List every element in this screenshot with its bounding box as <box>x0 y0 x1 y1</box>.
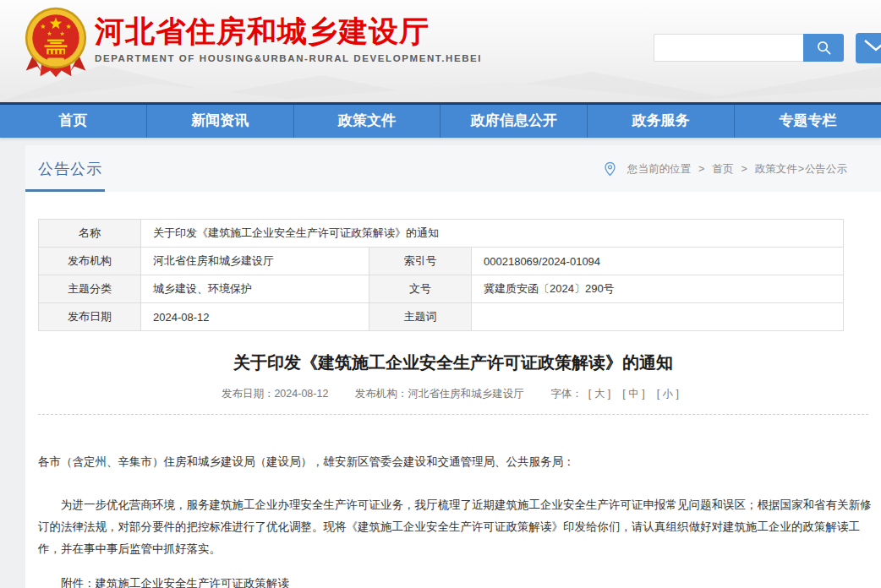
article-paragraph: 为进一步优化营商环境，服务建筑施工企业办理安全生产许可证业务，我厅梳理了近期建筑… <box>38 494 874 560</box>
breadcrumb-location-label: 您当前的位置 <box>627 161 691 176</box>
meta-font-label: 字体： <box>550 388 583 400</box>
location-pin-icon <box>605 161 616 176</box>
meta-date-value: 2024-08-12 <box>274 388 328 400</box>
nav-item-special-columns[interactable]: 专题专栏 <box>735 105 881 138</box>
breadcrumb-link-home[interactable]: 首页 <box>712 161 733 176</box>
table-value-publish-date: 2024-08-12 <box>141 303 369 331</box>
meta-font-size-control: 字体：[ 大 ][ 中 ][ 小 ] <box>550 388 685 400</box>
font-size-small-button[interactable]: [ 小 ] <box>657 388 679 400</box>
section-header: 公告公示 您当前的位置 > 首页 > 政策文件 > 公告公示 <box>25 145 881 192</box>
mail-button[interactable] <box>856 33 881 63</box>
article-title: 关于印发《建筑施工企业安全生产许可证政策解读》的通知 <box>25 351 881 374</box>
nav-item-news[interactable]: 新闻资讯 <box>147 105 294 138</box>
table-label-name: 名称 <box>39 220 141 248</box>
search-input[interactable] <box>654 34 803 62</box>
table-label-topic-category: 主题分类 <box>39 275 141 303</box>
nav-item-policy-documents[interactable]: 政策文件 <box>294 105 441 138</box>
table-value-publisher: 河北省住房和城乡建设厅 <box>141 248 369 275</box>
table-label-index-number: 索引号 <box>369 248 472 275</box>
site-title: 河北省住房和城乡建设厅 <box>95 14 482 49</box>
national-emblem-logo <box>20 5 91 79</box>
table-label-keywords: 主题词 <box>369 303 472 331</box>
table-value-keywords <box>472 303 844 331</box>
breadcrumb-separator: > <box>698 163 704 175</box>
table-row: 发布日期 2024-08-12 主题词 <box>39 303 844 331</box>
article-meta: 发布日期：2024-08-12 发布机构：河北省住房和城乡建设厅 字体：[ 大 … <box>25 387 881 401</box>
content-card: 公告公示 您当前的位置 > 首页 > 政策文件 > 公告公示 名称 关于印发《建… <box>25 145 881 588</box>
nav-item-gov-info-disclosure[interactable]: 政府信息公开 <box>440 105 588 138</box>
meta-org-value: 河北省住房和城乡建设厅 <box>408 388 524 400</box>
site-header: 河北省住房和城乡建设厅 DEPARTMENT OF HOUSING&URBAN-… <box>0 0 881 102</box>
nav-item-home[interactable]: 首页 <box>0 105 147 138</box>
breadcrumb-current-announcements[interactable]: 公告公示 <box>805 161 847 176</box>
table-row: 主题分类 城乡建设、环境保护 文号 冀建质安函〔2024〕290号 <box>39 275 844 303</box>
table-value-doc-number: 冀建质安函〔2024〕290号 <box>472 275 844 303</box>
article-attachment-line: 附件：建筑施工企业安全生产许可证政策解读 <box>38 574 874 588</box>
breadcrumb-separator: > <box>741 163 747 175</box>
table-label-doc-number: 文号 <box>369 275 472 303</box>
nav-item-gov-services[interactable]: 政务服务 <box>588 105 735 138</box>
document-info-table: 名称 关于印发《建筑施工企业安全生产许可证政策解读》的通知 发布机构 河北省住房… <box>38 219 844 331</box>
search-button[interactable] <box>803 34 844 62</box>
dashed-divider <box>38 414 868 415</box>
table-value-index-number: 000218069/2024-01094 <box>472 248 844 275</box>
font-size-medium-button[interactable]: [ 中 ] <box>622 388 644 400</box>
table-row: 名称 关于印发《建筑施工企业安全生产许可证政策解读》的通知 <box>39 220 844 248</box>
meta-publisher: 发布机构：河北省住房和城乡建设厅 <box>355 388 524 400</box>
search-icon <box>816 40 832 56</box>
meta-publish-date: 发布日期：2024-08-12 <box>222 388 328 400</box>
tab-announcements[interactable]: 公告公示 <box>38 159 102 179</box>
article-body: 各市（含定州、辛集市）住房和城乡建设局（建设局），雄安新区管委会建设和交通管理局… <box>38 452 874 588</box>
font-size-large-button[interactable]: [ 大 ] <box>588 388 610 400</box>
breadcrumb: 您当前的位置 > 首页 > 政策文件 > 公告公示 <box>605 161 847 176</box>
breadcrumb-separator: > <box>798 163 804 175</box>
table-value-name: 关于印发《建筑施工企业安全生产许可证政策解读》的通知 <box>141 220 844 248</box>
main-nav: 首页 新闻资讯 政策文件 政府信息公开 政务服务 专题专栏 <box>0 102 881 138</box>
table-row: 发布机构 河北省住房和城乡建设厅 索引号 000218069/2024-0109… <box>39 248 844 275</box>
tab-active-underline <box>25 189 105 192</box>
site-brand: 河北省住房和城乡建设厅 DEPARTMENT OF HOUSING&URBAN-… <box>95 14 482 63</box>
meta-org-label: 发布机构： <box>355 388 408 400</box>
article-salutation: 各市（含定州、辛集市）住房和城乡建设局（建设局），雄安新区管委会建设和交通管理局… <box>38 452 874 472</box>
meta-date-label: 发布日期： <box>222 388 275 400</box>
table-label-publisher: 发布机构 <box>39 248 141 275</box>
table-label-publish-date: 发布日期 <box>39 303 141 331</box>
breadcrumb-link-policy-documents[interactable]: 政策文件 <box>755 161 797 176</box>
table-value-topic-category: 城乡建设、环境保护 <box>141 275 369 303</box>
mail-icon <box>863 39 881 57</box>
site-title-english: DEPARTMENT OF HOUSING&URBAN-RURAL DEVELO… <box>95 53 482 63</box>
